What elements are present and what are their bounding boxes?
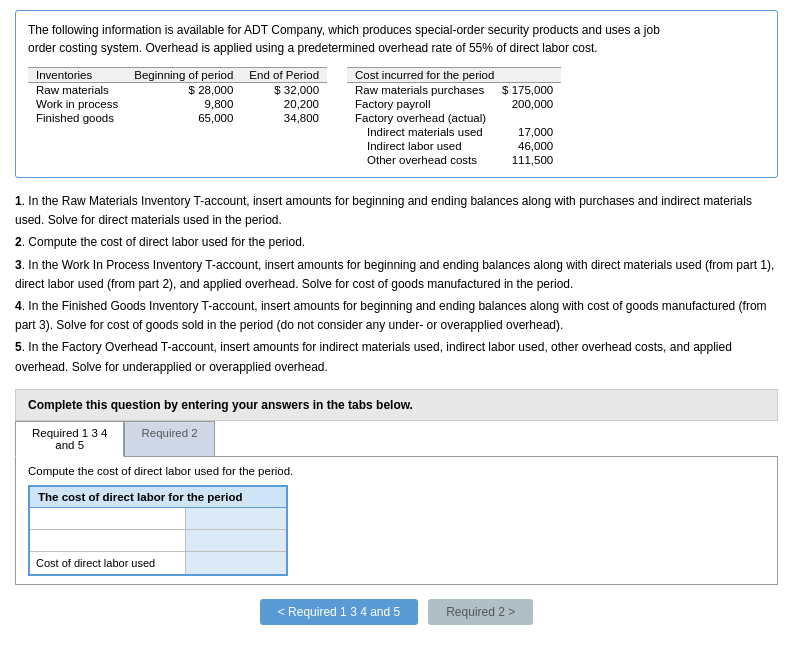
- table-row: Work in process 9,800 20,200: [28, 97, 327, 111]
- table-row: Factory payroll 200,000: [347, 97, 561, 111]
- cost-row2-value: 200,000: [494, 97, 561, 111]
- cost-row6-value: 111,500: [494, 153, 561, 167]
- costs-table: Cost incurred for the period Raw materia…: [347, 67, 561, 167]
- table-row: Raw materials $ 28,000 $ 32,000: [28, 83, 327, 98]
- table-row: Indirect labor used 46,000: [347, 139, 561, 153]
- tab-required-1345[interactable]: Required 1 3 4and 5: [15, 421, 124, 457]
- answer-label-1: [30, 508, 186, 529]
- inv-row1-label: Raw materials: [28, 83, 126, 98]
- inv-row2-label: Work in process: [28, 97, 126, 111]
- answer-row-2: [30, 530, 286, 552]
- table-row: Finished goods 65,000 34,800: [28, 111, 327, 125]
- nav-btn-required-1345[interactable]: < Required 1 3 4 and 5: [260, 599, 418, 625]
- cost-row2-label: Factory payroll: [347, 97, 494, 111]
- tabs-container: Required 1 3 4and 5 Required 2: [15, 421, 778, 457]
- answer-value-2[interactable]: [186, 530, 286, 551]
- answer-value-1[interactable]: [186, 508, 286, 529]
- cost-row1-label: Raw materials purchases: [347, 83, 494, 98]
- cost-row4-label: Indirect materials used: [347, 125, 494, 139]
- question-box: Complete this question by entering your …: [15, 389, 778, 421]
- instruction-5: 5. In the Factory Overhead T-account, in…: [15, 338, 778, 376]
- table-row: Factory overhead (actual): [347, 111, 561, 125]
- inv-col-end: End of Period: [241, 68, 327, 83]
- answer-value-3[interactable]: [186, 552, 286, 574]
- main-container: The following information is available f…: [0, 0, 793, 645]
- inventories-table: Inventories Beginning of period End of P…: [28, 67, 327, 125]
- table-row: Other overhead costs 111,500: [347, 153, 561, 167]
- cost-row4-value: 17,000: [494, 125, 561, 139]
- inv-col-begin: Beginning of period: [126, 68, 241, 83]
- answer-label-3: Cost of direct labor used: [30, 552, 186, 574]
- inv-row2-begin: 9,800: [126, 97, 241, 111]
- tab-content: Compute the cost of direct labor used fo…: [15, 457, 778, 585]
- answer-table-wrapper: The cost of direct labor for the period …: [28, 485, 288, 576]
- table-row: Raw materials purchases $ 175,000: [347, 83, 561, 98]
- question-text: Complete this question by entering your …: [28, 398, 413, 412]
- cost-row6-label: Other overhead costs: [347, 153, 494, 167]
- costs-section: Cost incurred for the period Raw materia…: [347, 67, 561, 167]
- info-box: The following information is available f…: [15, 10, 778, 178]
- bottom-nav: < Required 1 3 4 and 5 Required 2 >: [15, 599, 778, 635]
- instruction-4: 4. In the Finished Goods Inventory T-acc…: [15, 297, 778, 335]
- answer-row-1: [30, 508, 286, 530]
- inv-row1-end: $ 32,000: [241, 83, 327, 98]
- cost-row5-label: Indirect labor used: [347, 139, 494, 153]
- inv-row3-end: 34,800: [241, 111, 327, 125]
- cost-row3-value: [494, 111, 561, 125]
- cost-row3-label: Factory overhead (actual): [347, 111, 494, 125]
- table-row: Indirect materials used 17,000: [347, 125, 561, 139]
- answer-table-body: Cost of direct labor used: [30, 508, 286, 574]
- answer-label-2: [30, 530, 186, 551]
- inv-row2-end: 20,200: [241, 97, 327, 111]
- info-text: The following information is available f…: [28, 21, 765, 57]
- inv-col-label: Inventories: [28, 68, 126, 83]
- instructions: 1. In the Raw Materials Inventory T-acco…: [15, 192, 778, 377]
- inv-row3-label: Finished goods: [28, 111, 126, 125]
- inventories-section: Inventories Beginning of period End of P…: [28, 67, 327, 167]
- inv-row1-begin: $ 28,000: [126, 83, 241, 98]
- instruction-1: 1. In the Raw Materials Inventory T-acco…: [15, 192, 778, 230]
- cost-col-header: Cost incurred for the period: [347, 68, 561, 83]
- instruction-3: 3. In the Work In Process Inventory T-ac…: [15, 256, 778, 294]
- cost-row5-value: 46,000: [494, 139, 561, 153]
- inv-row3-begin: 65,000: [126, 111, 241, 125]
- tab-subtitle: Compute the cost of direct labor used fo…: [28, 465, 765, 477]
- tables-row: Inventories Beginning of period End of P…: [28, 67, 765, 167]
- nav-btn-required-2[interactable]: Required 2 >: [428, 599, 533, 625]
- answer-row-3: Cost of direct labor used: [30, 552, 286, 574]
- instruction-2: 2. Compute the cost of direct labor used…: [15, 233, 778, 252]
- answer-table-header: The cost of direct labor for the period: [30, 487, 286, 508]
- cost-row1-value: $ 175,000: [494, 83, 561, 98]
- tab-required-2[interactable]: Required 2: [124, 421, 214, 456]
